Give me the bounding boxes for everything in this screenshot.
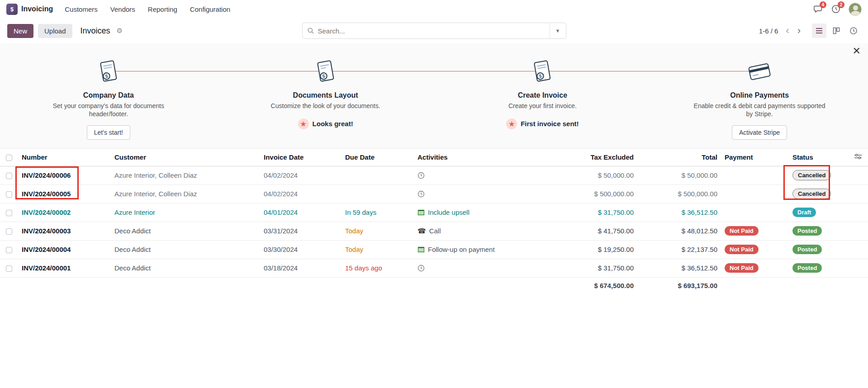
- row-checkbox[interactable]: [6, 265, 12, 272]
- spreadsheet-activity-icon[interactable]: [417, 209, 425, 216]
- customer-cell[interactable]: Azure Interior, Colleen Diaz: [111, 166, 260, 185]
- total-cell[interactable]: $ 36,512.50: [637, 259, 721, 277]
- invoice-date-cell[interactable]: 04/01/2024: [260, 203, 342, 222]
- payment-cell[interactable]: [721, 166, 789, 185]
- table-row[interactable]: INV/2024/00005 Azure Interior, Colleen D…: [0, 185, 868, 203]
- activities-cell[interactable]: [417, 259, 523, 277]
- total-cell[interactable]: $ 48,012.50: [637, 222, 721, 240]
- tax-excluded-cell[interactable]: $ 41,750.00: [527, 222, 637, 240]
- tax-excluded-cell[interactable]: $ 31,750.00: [527, 203, 637, 222]
- invoice-date-cell[interactable]: 04/02/2024: [260, 185, 342, 203]
- spreadsheet-activity-icon[interactable]: [417, 246, 425, 253]
- table-row[interactable]: INV/2024/00003 Deco Addict 03/31/2024 To…: [0, 222, 868, 240]
- search-dropdown-toggle[interactable]: ▼: [550, 23, 566, 38]
- pager-previous-button[interactable]: ‹: [783, 26, 792, 36]
- tax-excluded-cell[interactable]: $ 31,750.00: [527, 259, 637, 277]
- invoice-number[interactable]: INV/2024/00001: [18, 259, 111, 277]
- kanban-view-button[interactable]: [829, 24, 844, 38]
- activities-cell[interactable]: [417, 185, 523, 203]
- status-cell[interactable]: Draft: [789, 203, 843, 222]
- invoice-number[interactable]: INV/2024/00002: [18, 203, 111, 222]
- due-date-cell[interactable]: In 59 days: [342, 203, 414, 222]
- activities-icon[interactable]: 2: [830, 4, 841, 14]
- total-cell[interactable]: $ 500,000.00: [637, 185, 721, 203]
- phone-activity-icon[interactable]: ☎: [417, 227, 426, 235]
- search-input[interactable]: [318, 27, 550, 35]
- due-date-cell[interactable]: Today: [342, 240, 414, 259]
- table-row[interactable]: INV/2024/00001 Deco Addict 03/18/2024 15…: [0, 259, 868, 277]
- customer-cell[interactable]: Azure Interior: [111, 203, 260, 222]
- row-checkbox[interactable]: [6, 191, 12, 198]
- row-checkbox[interactable]: [6, 247, 12, 253]
- status-cell[interactable]: Posted: [789, 222, 843, 240]
- customer-cell[interactable]: Deco Addict: [111, 259, 260, 277]
- total-cell[interactable]: $ 50,000.00: [637, 166, 721, 185]
- menu-reporting[interactable]: Reporting: [148, 5, 177, 13]
- payment-cell[interactable]: Not Paid: [721, 240, 789, 259]
- menu-configuration[interactable]: Configuration: [190, 5, 230, 13]
- table-row[interactable]: INV/2024/00004 Deco Addict 03/30/2024 To…: [0, 240, 868, 259]
- activity-label[interactable]: Call: [429, 227, 441, 235]
- payment-cell[interactable]: Not Paid: [721, 259, 789, 277]
- column-header-activities[interactable]: Activities: [414, 149, 527, 166]
- row-checkbox[interactable]: [6, 210, 12, 216]
- invoice-number[interactable]: INV/2024/00004: [18, 240, 111, 259]
- optional-columns-icon[interactable]: [854, 153, 862, 161]
- pager-next-button[interactable]: ›: [794, 26, 804, 36]
- new-button[interactable]: New: [7, 24, 33, 38]
- activity-view-button[interactable]: [846, 24, 861, 38]
- table-row[interactable]: INV/2024/00002 Azure Interior 04/01/2024…: [0, 203, 868, 222]
- total-cell[interactable]: $ 22,137.50: [637, 240, 721, 259]
- row-checkbox[interactable]: [6, 173, 12, 179]
- payment-cell[interactable]: [721, 203, 789, 222]
- invoice-number[interactable]: INV/2024/00005: [18, 185, 111, 203]
- app-brand[interactable]: $ Invoicing: [6, 4, 53, 15]
- status-cell[interactable]: Posted: [789, 259, 843, 277]
- invoice-date-cell[interactable]: 03/31/2024: [260, 222, 342, 240]
- clock-activity-icon[interactable]: [417, 265, 425, 272]
- activity-label[interactable]: Follow-up on payment: [428, 246, 495, 253]
- column-header-payment[interactable]: Payment: [721, 149, 789, 166]
- invoice-date-cell[interactable]: 03/30/2024: [260, 240, 342, 259]
- row-checkbox[interactable]: [6, 228, 12, 235]
- activities-cell[interactable]: ☎ Call: [417, 222, 523, 240]
- column-header-due-date[interactable]: Due Date: [342, 149, 414, 166]
- activities-cell[interactable]: Follow-up on payment: [417, 241, 523, 259]
- column-header-status[interactable]: Status: [789, 149, 843, 166]
- invoice-number[interactable]: INV/2024/00003: [18, 222, 111, 240]
- payment-cell[interactable]: [721, 185, 789, 203]
- clock-activity-icon[interactable]: [417, 190, 425, 198]
- select-all-checkbox[interactable]: [6, 155, 12, 161]
- customer-cell[interactable]: Azure Interior, Colleen Diaz: [111, 185, 260, 203]
- upload-button[interactable]: Upload: [38, 24, 72, 38]
- customer-cell[interactable]: Deco Addict: [111, 222, 260, 240]
- list-view-button[interactable]: [812, 24, 826, 38]
- column-header-number[interactable]: Number: [18, 149, 111, 166]
- status-cell[interactable]: Posted: [789, 240, 843, 259]
- invoice-date-cell[interactable]: 04/02/2024: [260, 166, 342, 185]
- clock-activity-icon[interactable]: [417, 172, 425, 179]
- due-date-cell[interactable]: 15 days ago: [342, 259, 414, 277]
- due-date-cell[interactable]: Today: [342, 222, 414, 240]
- tax-excluded-cell[interactable]: $ 19,250.00: [527, 240, 637, 259]
- user-avatar[interactable]: [849, 3, 862, 16]
- tax-excluded-cell[interactable]: $ 50,000.00: [527, 166, 637, 185]
- column-header-invoice-date[interactable]: Invoice Date: [260, 149, 342, 166]
- invoice-number[interactable]: INV/2024/00006: [18, 166, 111, 185]
- menu-customers[interactable]: Customers: [65, 5, 98, 13]
- column-header-total[interactable]: Total: [637, 149, 721, 166]
- payment-cell[interactable]: Not Paid: [721, 222, 789, 240]
- lets-start-button[interactable]: Let's start!: [87, 125, 130, 140]
- tax-excluded-cell[interactable]: $ 500,000.00: [527, 185, 637, 203]
- activate-stripe-button[interactable]: Activate Stripe: [732, 125, 787, 140]
- customer-cell[interactable]: Deco Addict: [111, 240, 260, 259]
- column-header-customer[interactable]: Customer: [111, 149, 260, 166]
- due-date-cell[interactable]: [342, 166, 414, 185]
- total-cell[interactable]: $ 36,512.50: [637, 203, 721, 222]
- action-gear-icon[interactable]: ⚙: [117, 27, 123, 35]
- column-header-tax-excluded[interactable]: Tax Excluded: [527, 149, 637, 166]
- table-row[interactable]: INV/2024/00006 Azure Interior, Colleen D…: [0, 166, 868, 185]
- activity-label[interactable]: Include upsell: [428, 208, 470, 216]
- activities-cell[interactable]: Include upsell: [417, 203, 523, 222]
- menu-vendors[interactable]: Vendors: [110, 5, 135, 13]
